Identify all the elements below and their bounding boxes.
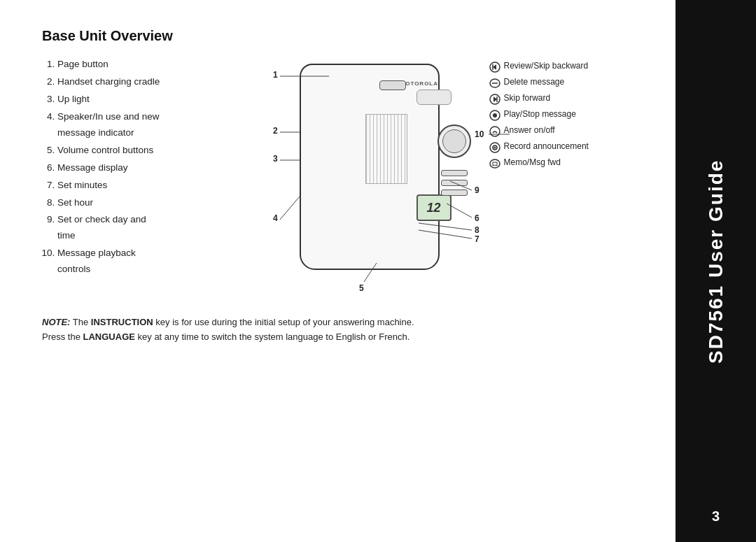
right-sidebar: SD7561 User Guide 3 [676,0,756,542]
svg-point-34 [490,159,500,168]
list-item-2: Handset charging cradle [57,74,224,90]
record-icon [489,141,501,154]
note-bold-italic: NOTE: [42,317,70,327]
list-item-8: Set hour [57,195,224,211]
small-btn-2 [441,180,468,186]
two-column-layout: Page button Handset charging cradle Up l… [42,57,640,294]
diagram-area: MOTOROLA 12 [224,57,640,294]
play-stop-icon [489,109,501,122]
skip-fwd-icon [489,93,501,106]
list-item-6: Message display [57,160,224,176]
page-title: Base Unit Overview [42,28,640,44]
legend-item-play: Play/Stop message [489,108,618,122]
brand-logo: MOTOROLA [400,80,439,87]
svg-point-29 [493,113,497,117]
right-legend: Review/Skip backward Delete message Skip… [489,60,618,173]
list-item-3: Up light [57,92,224,108]
list-item-9: Set or check day andtime [57,212,224,244]
device-display: 12 [416,194,451,221]
legend-text-play: Play/Stop message [504,108,576,120]
page-number: 3 [712,508,720,525]
memo-icon [489,157,501,170]
svg-text:10: 10 [475,129,484,139]
small-btn-3 [441,190,468,196]
device-diagram: MOTOROLA 12 [251,57,615,294]
note-text-4: key at any time to switch the system lan… [138,331,410,342]
note-paragraph-1: NOTE: The INSTRUCTION key is for use dur… [42,315,616,330]
legend-text-memo: Memo/Msg fwd [504,157,561,169]
numbered-list: Page button Handset charging cradle Up l… [42,57,224,294]
skip-back-icon [489,61,501,73]
note-text-2: key is for use during the initial setup … [155,317,414,327]
legend-item-delete: Delete message [489,76,618,90]
speaker-grille [365,114,407,184]
legend-item-answer: Answer on/off [489,124,618,138]
top-speaker [416,90,451,105]
note-instruction-word: INSTRUCTION [91,317,153,327]
svg-text:7: 7 [475,234,479,244]
legend-text-review: Review/Skip backward [504,60,589,72]
page-button [379,80,406,90]
answer-icon [489,125,501,138]
svg-text:4: 4 [273,213,278,223]
list-item-10: Message playbackcontrols [57,245,224,278]
legend-text-answer: Answer on/off [504,124,555,136]
note-section: NOTE: The INSTRUCTION key is for use dur… [42,315,616,345]
svg-point-33 [493,147,496,149]
list-item-5: Volume control buttons [57,143,224,159]
note-language-word: LANGUAGE [83,331,135,342]
svg-text:5: 5 [359,283,364,293]
device-body: MOTOROLA 12 [300,64,440,270]
legend-item-memo: Memo/Msg fwd [489,157,618,170]
main-content: Base Unit Overview Page button Handset c… [0,0,676,542]
svg-text:3: 3 [273,154,278,164]
legend-text-delete: Delete message [504,76,565,88]
svg-text:6: 6 [475,213,479,223]
sidebar-title-text: SD7561 User Guide [705,159,727,363]
small-buttons [441,170,468,196]
legend-text-record: Record announcement [504,141,589,152]
svg-line-7 [280,197,300,220]
list-item-7: Set minutes [57,178,224,194]
svg-text:2: 2 [273,126,278,136]
delete-icon [489,77,501,90]
legend-text-skip: Skip forward [504,92,551,104]
legend-item-record: Record announcement [489,141,618,154]
legend-item-review: Review/Skip backward [489,60,618,73]
svg-text:1: 1 [273,70,278,80]
svg-text:8: 8 [475,225,479,235]
small-btn-1 [441,170,468,176]
list-item-1: Page button [57,57,224,73]
note-text-1: The [73,317,91,327]
note-paragraph-2: Press the LANGUAGE key at any time to sw… [42,330,616,345]
sidebar-title: SD7561 User Guide [705,14,727,508]
nav-circle-inner [442,129,466,153]
list-item-4: Speaker/In use and newmessage indicator [57,109,224,141]
svg-text:9: 9 [475,185,479,195]
legend-item-skip: Skip forward [489,92,618,106]
note-text-3: Press the [42,331,83,342]
